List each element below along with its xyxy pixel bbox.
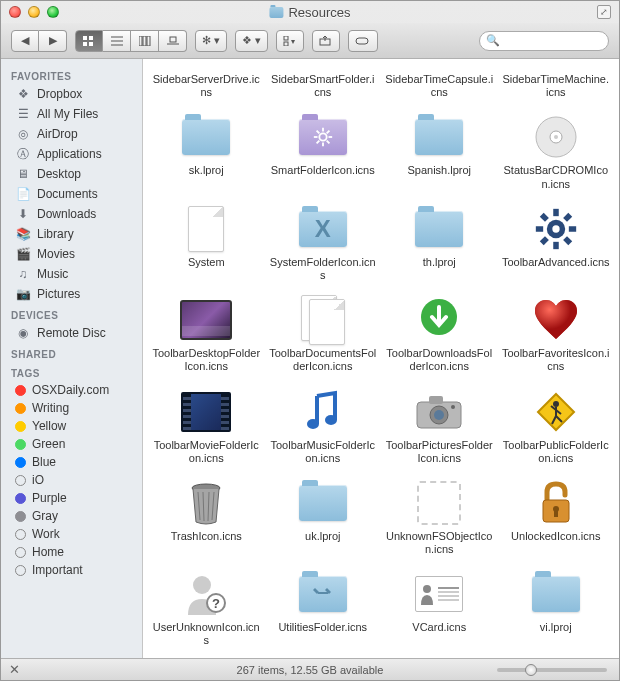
sidebar-item[interactable]: 🖥Desktop <box>1 164 142 184</box>
file-thumb-half <box>177 63 235 73</box>
file-item[interactable]: SidebarTimeCapsule.icns <box>382 61 497 101</box>
sidebar-item[interactable]: iO <box>1 471 142 489</box>
file-item[interactable]: Spanish.lproj <box>382 111 497 192</box>
minimize-button[interactable] <box>28 6 40 18</box>
svg-text:?: ? <box>212 596 220 611</box>
file-label: TrashIcon.icns <box>171 530 242 543</box>
sidebar-item-label: Music <box>37 267 68 281</box>
file-item[interactable]: ToolbarPublicFolderIcon.icns <box>499 386 614 467</box>
sidebar-item[interactable]: ◎AirDrop <box>1 124 142 144</box>
zoom-button[interactable] <box>47 6 59 18</box>
sidebar-item[interactable]: Blue <box>1 453 142 471</box>
share-button[interactable] <box>312 30 340 52</box>
file-thumb-folder <box>410 205 468 253</box>
file-item[interactable]: SmartFolderIcon.icns <box>266 111 381 192</box>
sidebar-item[interactable]: 🎬Movies <box>1 244 142 264</box>
file-item[interactable]: TrashIcon.icns <box>149 477 264 558</box>
fullscreen-button[interactable]: ⤢ <box>597 5 611 19</box>
file-item[interactable]: StatusBarCDROMIcon.icns <box>499 111 614 192</box>
view-columns-button[interactable] <box>131 30 159 52</box>
svg-rect-34 <box>563 213 572 222</box>
file-label: SidebarSmartFolder.icns <box>269 73 377 99</box>
file-thumb-folder <box>527 570 585 618</box>
file-item[interactable]: sk.lproj <box>149 111 264 192</box>
sidebar-item[interactable]: 📄Documents <box>1 184 142 204</box>
file-item[interactable]: UnknownFSObjectIcon.icns <box>382 477 497 558</box>
view-icons-button[interactable] <box>75 30 103 52</box>
sidebar-item[interactable]: OSXDaily.com <box>1 381 142 399</box>
file-label: ToolbarDocumentsFolderIcon.icns <box>269 347 377 373</box>
sidebar-item[interactable]: 📚Library <box>1 224 142 244</box>
svg-rect-30 <box>553 209 559 216</box>
sidebar-item[interactable]: Yellow <box>1 417 142 435</box>
file-item[interactable]: ToolbarDocumentsFolderIcon.icns <box>266 294 381 375</box>
file-item[interactable]: ToolbarDesktopFolderIcon.icns <box>149 294 264 375</box>
sidebar-item[interactable]: Work <box>1 525 142 543</box>
file-item[interactable]: vi.lproj <box>499 568 614 649</box>
file-item[interactable]: ToolbarAdvanced.icns <box>499 203 614 284</box>
sidebar-item-label: Library <box>37 227 74 241</box>
sidebar-item[interactable]: ❖Dropbox <box>1 84 142 104</box>
sidebar-item[interactable]: ♫Music <box>1 264 142 284</box>
sidebar-item[interactable]: ☰All My Files <box>1 104 142 124</box>
search-input[interactable] <box>500 35 602 47</box>
file-thumb-half <box>410 63 468 73</box>
sidebar-item[interactable]: Writing <box>1 399 142 417</box>
sidebar-item[interactable]: ⒶApplications <box>1 144 142 164</box>
dropbox-toolbar-button[interactable]: ❖ ▾ <box>235 30 268 52</box>
file-item[interactable]: ToolbarFavoritesIcon.icns <box>499 294 614 375</box>
sidebar-item[interactable]: Green <box>1 435 142 453</box>
file-item[interactable]: System <box>149 203 264 284</box>
file-thumb-trash <box>177 479 235 527</box>
file-thumb-folder <box>410 113 468 161</box>
file-item[interactable]: ToolbarPicturesFolderIcon.icns <box>382 386 497 467</box>
file-item[interactable]: ToolbarMovieFolderIcon.icns <box>149 386 264 467</box>
search-field[interactable]: 🔍 <box>479 31 609 51</box>
file-item[interactable]: ToolbarMusicFolderIcon.icns <box>266 386 381 467</box>
sidebar-item-label: Writing <box>32 401 69 415</box>
file-view[interactable]: SidebarServerDrive.icnsSidebarSmartFolde… <box>143 59 619 658</box>
sidebar-item[interactable]: ◉Remote Disc <box>1 323 142 343</box>
arrange-menu-button[interactable]: ▾ <box>276 30 304 52</box>
file-item[interactable]: uk.lproj <box>266 477 381 558</box>
sidebar-section-header: FAVORITES <box>1 65 142 84</box>
sidebar-item[interactable]: Important <box>1 561 142 579</box>
sidebar-item-label: Pictures <box>37 287 80 301</box>
tag-dot-icon <box>15 529 26 540</box>
file-item[interactable]: UtilitiesFolder.icns <box>266 568 381 649</box>
file-label: SidebarServerDrive.icns <box>152 73 260 99</box>
svg-rect-16 <box>356 38 368 44</box>
file-item[interactable]: VCard.icns <box>382 568 497 649</box>
desktop-icon: 🖥 <box>15 166 31 182</box>
file-label: SmartFolderIcon.icns <box>271 164 375 177</box>
file-item[interactable]: SidebarTimeMachine.icns <box>499 61 614 101</box>
sidebar-item-label: Downloads <box>37 207 96 221</box>
sidebar-item[interactable]: 📷Pictures <box>1 284 142 304</box>
view-list-button[interactable] <box>103 30 131 52</box>
file-item[interactable]: th.lproj <box>382 203 497 284</box>
tags-button[interactable] <box>348 30 378 52</box>
file-label: SidebarTimeMachine.icns <box>502 73 610 99</box>
tag-dot-icon <box>15 439 26 450</box>
file-item[interactable]: SidebarSmartFolder.icns <box>266 61 381 101</box>
file-thumb-movie <box>177 388 235 436</box>
sidebar-item[interactable]: Purple <box>1 489 142 507</box>
icon-size-slider[interactable] <box>497 663 607 677</box>
sidebar-item[interactable]: Home <box>1 543 142 561</box>
close-button[interactable] <box>9 6 21 18</box>
sidebar-item[interactable]: ⬇Downloads <box>1 204 142 224</box>
path-button[interactable]: ✕ <box>9 662 20 677</box>
sidebar-item[interactable]: Gray <box>1 507 142 525</box>
forward-button[interactable]: ▶ <box>39 30 67 52</box>
sidebar: FAVORITES❖Dropbox☰All My Files◎AirDropⒶA… <box>1 59 143 658</box>
file-item[interactable]: ToolbarDownloadsFolderIcon.icns <box>382 294 497 375</box>
file-item[interactable]: UnlockedIcon.icns <box>499 477 614 558</box>
file-item[interactable]: ?UserUnknownIcon.icns <box>149 568 264 649</box>
file-item[interactable]: XSystemFolderIcon.icns <box>266 203 381 284</box>
svg-point-47 <box>451 405 455 409</box>
sidebar-item-label: Home <box>32 545 64 559</box>
view-coverflow-button[interactable] <box>159 30 187 52</box>
back-button[interactable]: ◀ <box>11 30 39 52</box>
action-menu-button[interactable]: ✻ ▾ <box>195 30 227 52</box>
file-item[interactable]: SidebarServerDrive.icns <box>149 61 264 101</box>
